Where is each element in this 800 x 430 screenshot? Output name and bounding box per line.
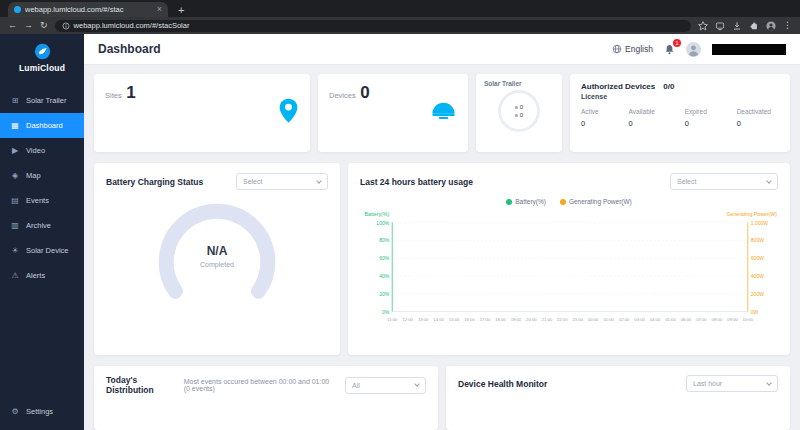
x-tick: 13:00 [418, 317, 429, 322]
sidebar-item-dashboard[interactable]: ▦ Dashboard [0, 113, 84, 138]
distribution-select[interactable]: All [345, 377, 426, 394]
sidebar-item-alerts[interactable]: ⚠ Alerts [0, 263, 84, 288]
y-left-axis-title: Battery(%) [365, 211, 390, 217]
license-col-deactivated: Deactivated 0 [737, 108, 771, 128]
app-header: Dashboard English [84, 34, 800, 64]
license-label: License [581, 93, 779, 100]
x-tick: 09:00 [727, 317, 738, 322]
site-info-icon[interactable] [62, 22, 70, 30]
language-selector[interactable]: English [612, 44, 653, 54]
sidebar: LumiCloud ⊞ Solar Trailer ▦ Dashboard ▶ … [0, 34, 84, 430]
battery-usage-select[interactable]: Select [670, 173, 778, 190]
sidebar-item-label: Solar Device [26, 246, 69, 255]
sites-value: 1 [126, 83, 135, 102]
battery-usage-chart: Battery(%) Generating Power(W) [360, 208, 778, 345]
chevron-down-icon [766, 178, 772, 184]
alerts-icon: ⚠ [10, 271, 20, 280]
video-icon: ▶ [10, 146, 20, 155]
notifications-button[interactable]: 1 [664, 44, 675, 55]
gauge-value: N/A [142, 244, 292, 258]
solar-trailer-card: Solar Trailer 0 0 [476, 74, 562, 152]
sidebar-item-label: Map [26, 171, 41, 180]
legend-battery[interactable]: Battery(%) [506, 198, 546, 205]
bookmark-star-icon[interactable] [698, 21, 708, 31]
x-tick: 01:00 [603, 317, 614, 322]
reload-icon[interactable]: ↻ [40, 21, 48, 30]
user-avatar[interactable] [686, 42, 701, 57]
dashboard-icon: ▦ [10, 121, 20, 130]
solar-trailer-icon: ⊞ [10, 96, 20, 105]
sidebar-item-events[interactable]: ▤ Events [0, 188, 84, 213]
sites-label: Sites [105, 91, 122, 100]
legend-generating-power[interactable]: Generating Power(W) [560, 198, 632, 205]
sidebar-item-solar-device[interactable]: ☀ Solar Device [0, 238, 84, 263]
sidebar-item-label: Settings [26, 407, 53, 416]
save-page-icon[interactable] [715, 21, 725, 31]
authorized-devices-ratio: 0/0 [663, 82, 674, 91]
sidebar-item-solar-trailer[interactable]: ⊞ Solar Trailer [0, 88, 84, 113]
notification-badge: 1 [673, 39, 681, 47]
sidebar-item-map[interactable]: ◈ Map [0, 163, 84, 188]
devices-card: Devices 0 [318, 74, 468, 152]
x-tick: 12:00 [402, 317, 413, 322]
events-icon: ▤ [10, 196, 20, 205]
sidebar-item-video[interactable]: ▶ Video [0, 138, 84, 163]
y-tick: 600W [751, 255, 764, 261]
battery-status-select[interactable]: Select [236, 173, 328, 190]
y-tick: 0% [382, 309, 390, 315]
sidebar-item-label: Alerts [26, 271, 45, 280]
legend-dot-orange [560, 199, 566, 205]
browser-tab[interactable]: webapp.lumicloud.com/#/stac × [8, 2, 168, 17]
browser-menu-icon[interactable]: ⋮ [783, 21, 792, 30]
browser-profile-avatar[interactable] [766, 21, 776, 31]
sidebar-item-label: Archive [26, 221, 51, 230]
y-tick: 20% [379, 291, 390, 297]
archive-icon: ▥ [10, 221, 20, 230]
select-value: All [352, 382, 360, 389]
sites-card: Sites 1 [94, 74, 310, 152]
license-col-available: Available 0 [629, 108, 655, 128]
extensions-icon[interactable] [749, 21, 759, 31]
sidebar-item-label: Solar Trailer [26, 96, 66, 105]
sidebar-item-label: Dashboard [26, 121, 63, 130]
page-title: Dashboard [98, 42, 161, 56]
charts-row: Battery Charging Status Select N/ [94, 163, 790, 355]
battery-usage-card: Last 24 hours battery usage Select Batte… [348, 163, 790, 355]
x-tick: 03:00 [634, 317, 645, 322]
back-icon[interactable]: ← [8, 21, 17, 30]
screen: webapp.lumicloud.com/#/stac × + ← → ↻ we… [0, 0, 800, 430]
x-tick: 00:00 [588, 317, 599, 322]
charging-gauge: N/A Completed [142, 202, 292, 306]
tab-close-icon[interactable]: × [157, 5, 162, 14]
x-tick: 05:00 [665, 317, 676, 322]
download-icon[interactable] [732, 21, 742, 31]
address-bar[interactable]: webapp.lumicloud.com/#/stacSolar [55, 20, 691, 32]
bottom-row: Today's Distribution Most events occured… [94, 366, 790, 430]
y-tick: 800W [751, 237, 764, 243]
new-tab-button[interactable]: + [178, 5, 184, 16]
sidebar-item-archive[interactable]: ▥ Archive [0, 213, 84, 238]
lumicloud-logo-icon [34, 43, 51, 60]
distribution-title: Today's Distribution [106, 375, 176, 395]
y-tick: 0W [751, 309, 759, 315]
x-tick: 06:00 [681, 317, 692, 322]
sidebar-item-settings[interactable]: ⚙ Settings [0, 399, 84, 424]
stats-row: Sites 1 Devices 0 [94, 74, 790, 152]
header-actions: English 1 [612, 42, 786, 57]
health-monitor-select[interactable]: Last hour [686, 375, 778, 392]
x-tick: 19:00 [511, 317, 522, 322]
x-tick: 20:00 [526, 317, 537, 322]
app-logo: LumiCloud [0, 34, 84, 78]
user-name-redacted [712, 44, 786, 55]
chevron-down-icon [766, 380, 772, 386]
x-tick: 14:00 [433, 317, 444, 322]
health-monitor-title: Device Health Monitor [458, 379, 547, 389]
app-window: LumiCloud ⊞ Solar Trailer ▦ Dashboard ▶ … [0, 34, 800, 430]
tab-favicon-icon [14, 6, 21, 13]
distribution-subtitle: Most events occured between 00:00 and 01… [184, 378, 337, 392]
dashboard-main: Sites 1 Devices 0 [84, 64, 800, 430]
forward-icon[interactable]: → [24, 21, 33, 30]
solar-trailer-row: 0 [515, 112, 523, 118]
solar-trailer-ring: 0 0 [498, 90, 540, 132]
legend-dot-green [506, 199, 512, 205]
